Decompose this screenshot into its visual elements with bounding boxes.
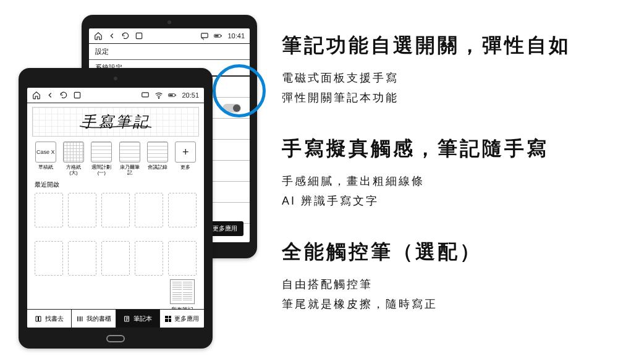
battery-icon [168,91,177,99]
tablet-camera [167,20,171,24]
svg-rect-4 [215,35,219,36]
back-icon[interactable] [108,32,116,40]
clock-text: 10:41 [227,32,245,40]
recent-label: 最近開啟 [27,178,204,192]
back-icon[interactable] [46,91,54,99]
copy-line: 自由搭配觸控筆 [282,274,616,294]
note-slot[interactable] [168,193,197,227]
notebook-heading: 手寫筆記 [32,107,199,137]
tab-label: 我的書櫃 [87,315,111,323]
template-thumb: Case X [35,142,56,163]
tab-label: 筆記本 [133,315,152,323]
copy-title: 手寫擬真觸感，筆記隨手寫 [282,135,616,163]
marketing-copy: 筆記功能自選開關，彈性自如 電磁式面板支援手寫 彈性開關筆記本功能 手寫擬真觸感… [282,32,616,341]
recent-slots-row [27,240,204,276]
template-item[interactable]: Case X 草稿紙 [33,142,57,176]
svg-rect-10 [169,95,173,96]
heading-underline [78,124,153,130]
grid-icon [165,316,171,322]
svg-rect-6 [142,93,149,97]
wifi-icon [154,91,163,99]
note-slot[interactable] [35,193,63,227]
window-icon[interactable] [73,91,82,99]
tab-notebook[interactable]: 筆記本 [116,310,161,328]
tab-bookstore[interactable]: 找書去 [27,310,72,328]
status-bar: 10:41 [89,28,250,43]
template-thumb [63,142,84,163]
template-thumb [147,142,168,163]
copy-line: 手感細膩，畫出粗細線條 [282,171,616,191]
tablet-notebook: 20:51 手寫筆記 Case X 草稿紙 方格紙 (大) 週間計劃 (一) [19,68,213,349]
note-slot[interactable] [68,193,96,227]
plus-icon: + [175,142,196,163]
copy-line: AI 辨識手寫文字 [282,191,616,211]
svg-point-7 [159,98,159,98]
recent-slots-row [27,192,204,227]
refresh-icon[interactable] [59,91,68,99]
template-row: Case X 草稿紙 方格紙 (大) 週間計劃 (一) 康乃爾筆記 會議記錄 + [27,137,204,178]
window-icon[interactable] [135,32,143,40]
note-icon [123,315,130,323]
tab-label: 找書去 [45,315,64,323]
copy-title: 筆記功能自選開關，彈性自如 [282,32,616,59]
template-label: 方格紙 (大) [66,164,81,176]
cast-icon [141,91,150,99]
toggle-callout-circle [213,64,266,117]
home-icon[interactable] [94,32,103,40]
copy-line: 彈性開關筆記本功能 [282,88,616,108]
copy-title: 全能觸控筆（選配） [282,239,616,266]
book-icon [35,315,42,323]
bottom-tab-bar: 找書去 我的書櫃 筆記本 更多應用 [27,309,204,328]
tab-library[interactable]: 我的書櫃 [72,310,116,328]
home-button[interactable] [106,335,125,342]
svg-rect-3 [221,35,222,36]
template-label: 更多 [180,164,190,170]
refresh-icon[interactable] [121,32,130,40]
note-slot[interactable] [101,241,130,276]
note-slot[interactable] [101,193,130,227]
template-item[interactable]: 週間計劃 (一) [90,142,114,176]
copy-block-1: 手寫擬真觸感，筆記隨手寫 手感細膩，畫出粗細線條 AI 辨識手寫文字 [282,135,616,211]
note-slot[interactable] [68,241,96,276]
template-item[interactable]: 康乃爾筆記 [117,142,142,176]
more-apps-label: 更多應用 [213,224,237,233]
battery-icon [214,32,222,40]
template-label: 週間計劃 (一) [91,164,111,176]
svg-rect-0 [136,33,142,38]
tab-label: 更多應用 [174,315,199,323]
copy-block-0: 筆記功能自選開關，彈性自如 電磁式面板支援手寫 彈性開關筆記本功能 [282,32,616,108]
clock-text: 20:51 [182,91,199,99]
template-thumb [91,142,112,163]
template-item[interactable]: 方格紙 (大) [61,142,85,176]
template-label: 康乃爾筆記 [117,164,142,176]
svg-rect-9 [176,95,176,96]
cast-icon [200,32,209,40]
template-item[interactable]: 會議記錄 [145,142,169,176]
template-thumb [119,142,140,163]
settings-title: 設定 [89,44,250,59]
home-icon[interactable] [32,91,41,99]
shelf-icon [76,315,83,323]
note-slot[interactable] [135,241,163,276]
svg-rect-5 [74,92,80,98]
notebook-screen: 20:51 手寫筆記 Case X 草稿紙 方格紙 (大) 週間計劃 (一) [27,88,204,328]
template-label: 草稿紙 [38,164,53,170]
copy-block-2: 全能觸控筆（選配） 自由搭配觸控筆 筆尾就是橡皮擦，隨時寫正 [282,239,616,315]
template-label: 會議記錄 [148,164,167,170]
svg-rect-1 [201,33,208,38]
status-bar: 20:51 [27,88,204,103]
tablet-camera [114,77,117,80]
template-item-more[interactable]: + 更多 [174,142,198,176]
note-slot[interactable] [35,241,63,276]
tab-more-apps[interactable]: 更多應用 [160,310,204,328]
copy-line: 電磁式面板支援手寫 [282,68,616,88]
copy-line: 筆尾就是橡皮擦，隨時寫正 [282,294,616,314]
note-slot[interactable] [168,241,197,276]
note-slot[interactable] [135,193,163,227]
all-notes-icon [170,279,195,304]
